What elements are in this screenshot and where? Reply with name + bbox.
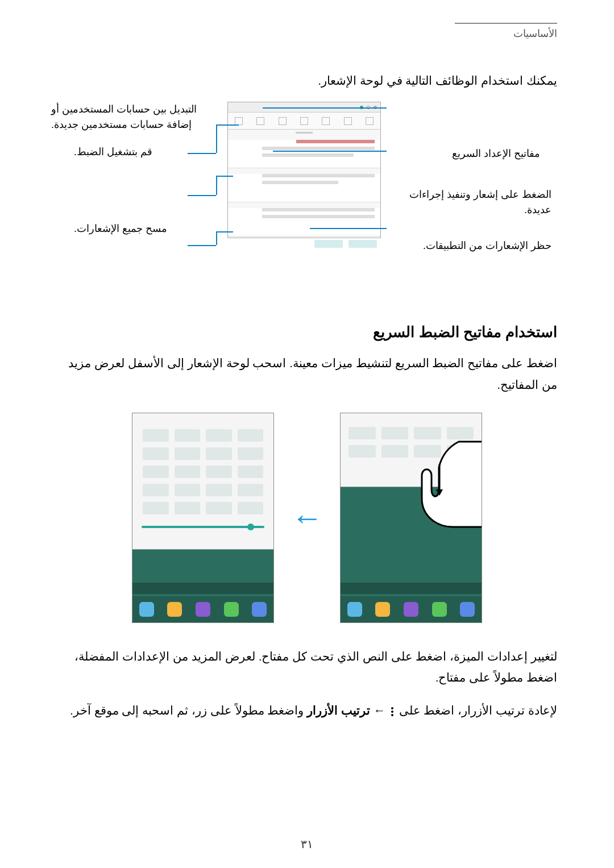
notification-panel-diagram: التبديل بين حسابات المستخدمين أو إضافة ح… bbox=[57, 102, 557, 278]
section-name: الأساسيات bbox=[513, 28, 557, 39]
page-header: الأساسيات bbox=[455, 23, 557, 40]
section-title: استخدام مفاتيح الضبط السريع bbox=[57, 323, 557, 341]
body-paragraph-2: لتغيير إعدادات الميزة، اضغط على النص الذ… bbox=[57, 646, 557, 689]
more-options-icon bbox=[391, 707, 393, 716]
body-paragraph-1: اضغط على مفاتيح الضبط السريع لتنشيط ميزا… bbox=[57, 352, 557, 396]
phone-collapsed bbox=[340, 413, 482, 623]
callout-block: حظر الإشعارات من التطبيقات. bbox=[392, 238, 551, 254]
callout-users: التبديل بين حسابات المستخدمين أو إضافة ح… bbox=[51, 102, 222, 132]
page-number: ٣١ bbox=[301, 837, 313, 851]
arrow-left-icon: ← bbox=[291, 499, 323, 536]
phone-expanded bbox=[132, 413, 274, 623]
callout-settings: قم بتشغيل الضبط. bbox=[74, 144, 222, 160]
swipe-comparison: ← bbox=[57, 413, 557, 623]
callout-clear: مسح جميع الإشعارات. bbox=[74, 221, 222, 236]
callout-press: الضغط على إشعار وتنفيذ إجراءات عديدة. bbox=[392, 187, 551, 218]
device-mock bbox=[227, 102, 381, 238]
intro-text: يمكنك استخدام الوظائف التالية في لوحة ال… bbox=[57, 74, 557, 88]
hand-swipe-icon bbox=[391, 436, 482, 533]
callout-quick: مفاتيح الإعداد السريع bbox=[392, 146, 540, 161]
body-paragraph-3: لإعادة ترتيب الأزرار، اضغط على ← ترتيب ا… bbox=[57, 700, 557, 721]
